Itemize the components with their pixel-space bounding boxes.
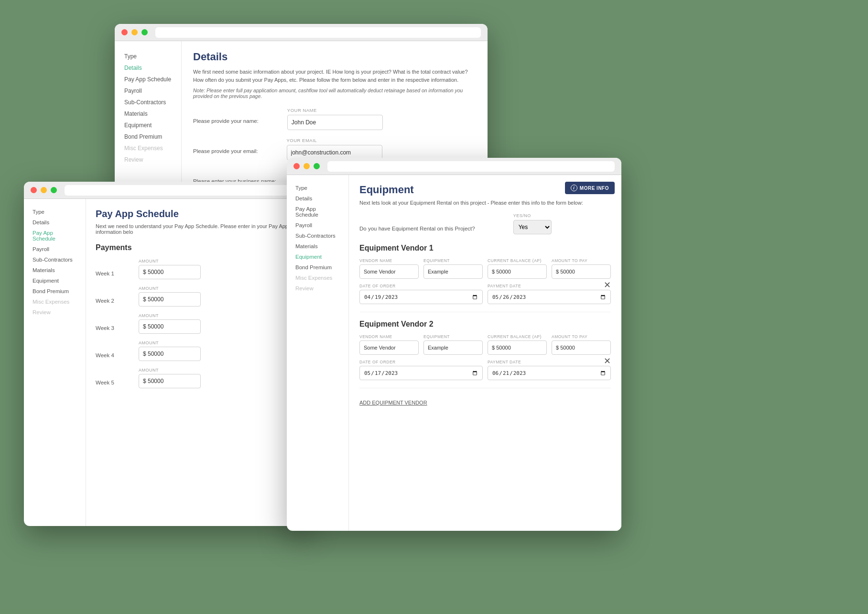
name-input[interactable] [287, 115, 383, 130]
sidebar-item-review: Review [29, 307, 81, 318]
yes-no-select[interactable]: Yes No [513, 220, 552, 234]
equipment-window: Type Details Pay App Schedule Payroll Su… [287, 158, 621, 531]
week5-label: Week 5 [96, 380, 119, 388]
sidebar-item-type[interactable]: Type [292, 183, 344, 193]
equipment-titlebar [287, 158, 621, 175]
sidebar-item-subcontractors[interactable]: Sub-Contractors [292, 230, 344, 241]
vendor2-payment-date-group: PAYMENT DATE [488, 360, 611, 380]
vendor1-equipment-group: EQUIPMENT [423, 258, 483, 279]
url-bar[interactable] [65, 185, 304, 196]
more-info-button[interactable]: i MORE INFO [565, 182, 615, 194]
yes-no-group: YES/NO Yes No [513, 213, 552, 234]
sidebar-item-equipment[interactable]: Equipment [120, 120, 175, 131]
sidebar-item-details[interactable]: Details [120, 62, 175, 74]
week1-amount-group: AMOUNT [139, 259, 201, 279]
week1-amount-input[interactable] [139, 265, 201, 279]
vendor1-amount-input[interactable] [552, 264, 611, 279]
sidebar-item-subcontractors[interactable]: Sub-Contractors [29, 254, 81, 265]
vendor1-payment-date-input[interactable] [488, 290, 611, 304]
sidebar-item-bondpremium[interactable]: Bond Premium [292, 262, 344, 273]
vendor2-equipment-group: EQUIPMENT [423, 334, 483, 355]
sidebar-item-payroll[interactable]: Payroll [292, 220, 344, 230]
sidebar-item-type[interactable]: Type [29, 207, 81, 217]
vendor2-remove-button[interactable]: ✕ [604, 356, 611, 366]
vendor2-name-input[interactable] [359, 340, 419, 355]
sidebar-item-bondpremium[interactable]: Bond Premium [120, 131, 175, 143]
details-titlebar [115, 24, 488, 41]
sidebar-item-equipment[interactable]: Equipment [292, 252, 344, 262]
week3-amount-label: AMOUNT [139, 313, 201, 318]
vendor2-date-order-label: DATE OF ORDER [359, 360, 483, 364]
payapp-description: Next we need to understand your Pay App … [96, 223, 301, 235]
sidebar-item-materials[interactable]: Materials [120, 108, 175, 120]
close-dot[interactable] [31, 187, 37, 193]
vendor1-date-order-group: DATE OF ORDER [359, 284, 483, 304]
sidebar-item-review: Review [120, 154, 175, 165]
week5-amount-input[interactable] [139, 374, 201, 388]
page-title: Details [193, 51, 476, 63]
vendor1-date-order-input[interactable] [359, 290, 483, 304]
vendor1-name-input[interactable] [359, 264, 419, 279]
email-question-label: Please provide your email: [193, 138, 258, 154]
close-dot[interactable] [293, 163, 300, 169]
sidebar-item-miscexpenses: Misc Expenses [120, 143, 175, 154]
equipment-question-row: Do you have Equipment Rental on this Pro… [359, 213, 611, 234]
vendor1-equipment-input[interactable] [423, 264, 483, 279]
sidebar-item-equipment[interactable]: Equipment [29, 275, 81, 286]
week2-amount-input[interactable] [139, 292, 201, 307]
url-bar[interactable] [155, 27, 481, 38]
vendor1-fields-wrapper: VENDOR NAME EQUIPMENT CURRENT BALANCE (A… [359, 258, 611, 312]
name-form-group: YOUR NAME [287, 108, 383, 130]
url-bar[interactable] [327, 161, 615, 172]
vendor1-payment-date-label: PAYMENT DATE [488, 284, 611, 288]
vendor2-equipment-input[interactable] [423, 340, 483, 355]
close-dot[interactable] [121, 29, 128, 35]
maximize-dot[interactable] [51, 187, 57, 193]
vendor1-amount-group: AMOUNT TO PAY [552, 258, 611, 279]
sidebar-item-materials[interactable]: Materials [292, 241, 344, 252]
vendor1-balance-input[interactable] [488, 264, 547, 279]
vendor2-date-order-input[interactable] [359, 366, 483, 380]
vendor2-balance-input[interactable] [488, 340, 547, 355]
sidebar-item-type[interactable]: Type [120, 51, 175, 62]
vendor1-remove-button[interactable]: ✕ [604, 280, 611, 290]
minimize-dot[interactable] [304, 163, 310, 169]
vendor2-payment-date-input[interactable] [488, 366, 611, 380]
add-equipment-vendor-button[interactable]: ADD EQUIPMENT VENDOR [359, 400, 427, 406]
yes-no-label: YES/NO [513, 213, 552, 218]
week3-amount-input[interactable] [139, 319, 201, 334]
week4-amount-input[interactable] [139, 347, 201, 361]
vendor2-top-fields: VENDOR NAME EQUIPMENT CURRENT BALANCE (A… [359, 334, 611, 355]
vendor2-fields-wrapper: VENDOR NAME EQUIPMENT CURRENT BALANCE (A… [359, 334, 611, 388]
sidebar-item-subcontractors[interactable]: Sub-Contractors [120, 97, 175, 108]
vendor1-balance-label: CURRENT BALANCE (AP) [488, 258, 547, 263]
vendor1-balance-group: CURRENT BALANCE (AP) [488, 258, 547, 279]
sidebar-item-payroll[interactable]: Payroll [29, 244, 81, 254]
payapp-page-title: Pay App Schedule [96, 208, 301, 219]
sidebar-item-bondpremium[interactable]: Bond Premium [29, 286, 81, 296]
sidebar-item-miscexpenses: Misc Expenses [29, 296, 81, 307]
note-text: Note: Please enter full pay application … [193, 88, 476, 99]
sidebar-item-payapp[interactable]: Pay App Schedule [120, 74, 175, 85]
week3-row: Week 3 AMOUNT [96, 313, 301, 334]
maximize-dot[interactable] [314, 163, 320, 169]
sidebar-item-payapp[interactable]: Pay App Schedule [292, 204, 344, 220]
minimize-dot[interactable] [41, 187, 47, 193]
minimize-dot[interactable] [131, 29, 138, 35]
sidebar-item-payroll[interactable]: Payroll [120, 85, 175, 97]
week1-label: Week 1 [96, 271, 119, 279]
week5-row: Week 5 AMOUNT [96, 368, 301, 388]
sidebar-item-payapp[interactable]: Pay App Schedule [29, 228, 81, 244]
vendor2-amount-input[interactable] [552, 340, 611, 355]
maximize-dot[interactable] [141, 29, 148, 35]
sidebar-item-materials[interactable]: Materials [29, 265, 81, 275]
vendor1-date-order-label: DATE OF ORDER [359, 284, 483, 288]
description-text: We first need some basic information abo… [193, 68, 476, 84]
sidebar-item-details[interactable]: Details [29, 217, 81, 228]
sidebar-item-details[interactable]: Details [292, 193, 344, 204]
email-form-row: Please provide your email: YOUR EMAIL [193, 138, 476, 160]
equipment-content: Equipment Next lets look at your Equipme… [349, 175, 621, 415]
week2-row: Week 2 AMOUNT [96, 286, 301, 307]
vendor2-heading: Equipment Vendor 2 [359, 320, 611, 329]
week4-amount-group: AMOUNT [139, 340, 201, 361]
